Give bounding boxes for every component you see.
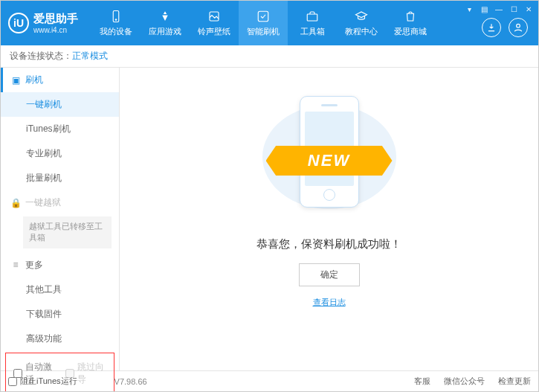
nav-apps-games[interactable]: 应用游戏 xyxy=(141,1,190,45)
lock-icon: 🔒 xyxy=(10,198,21,208)
toolbox-icon xyxy=(305,9,320,24)
main-content: NEW 恭喜您，保资料刷机成功啦！ 确定 查看日志 xyxy=(120,68,538,370)
svg-rect-3 xyxy=(258,11,268,22)
footer-link-wechat[interactable]: 微信公众号 xyxy=(444,376,485,387)
svg-rect-4 xyxy=(307,14,317,21)
view-log-link[interactable]: 查看日志 xyxy=(313,297,346,308)
download-button[interactable] xyxy=(482,18,501,37)
nav-toolbox[interactable]: 工具箱 xyxy=(288,1,337,45)
ok-button[interactable]: 确定 xyxy=(299,263,360,286)
footer-link-update[interactable]: 检查更新 xyxy=(498,376,531,387)
sidebar-group-flash[interactable]: ▣ 刷机 xyxy=(1,68,119,92)
sidebar-group-jailbreak: 🔒 一键越狱 xyxy=(1,190,119,215)
nav-ringtone-wallpaper[interactable]: 铃声壁纸 xyxy=(190,1,239,45)
header-right xyxy=(482,18,528,37)
logo-icon: iU xyxy=(8,13,29,33)
status-label: 设备连接状态： xyxy=(10,50,72,62)
svg-point-1 xyxy=(115,19,117,21)
version-label: V7.98.66 xyxy=(114,377,147,386)
connection-status-bar: 设备连接状态： 正常模式 xyxy=(1,45,538,68)
nav-smart-flash[interactable]: 智能刷机 xyxy=(239,1,288,45)
ringtone-icon xyxy=(207,9,222,24)
close-icon[interactable]: ✕ xyxy=(523,4,534,14)
sidebar-item-pro-flash[interactable]: 专业刷机 xyxy=(1,141,119,166)
sidebar-item-itunes-flash[interactable]: iTunes刷机 xyxy=(1,117,119,141)
top-nav: 我的设备 应用游戏 铃声壁纸 智能刷机 工具箱 教程中心 爱思商城 xyxy=(91,1,482,45)
nav-store[interactable]: 爱思商城 xyxy=(386,1,435,45)
more-icon: ≡ xyxy=(10,260,21,270)
sidebar-item-batch-flash[interactable]: 批量刷机 xyxy=(1,166,119,190)
svg-point-5 xyxy=(517,24,520,28)
sidebar: ▣ 刷机 一键刷机 iTunes刷机 专业刷机 批量刷机 🔒 一键越狱 越狱工具… xyxy=(1,68,120,370)
nav-tutorials[interactable]: 教程中心 xyxy=(337,1,386,45)
new-ribbon: NEW xyxy=(266,146,393,176)
app-header: ▾ ▤ — ☐ ✕ iU 爱思助手 www.i4.cn 我的设备 应用游戏 铃声… xyxy=(1,1,538,45)
window-controls: ▾ ▤ — ☐ ✕ xyxy=(464,4,534,14)
menu-icon[interactable]: ▾ xyxy=(464,4,474,14)
sidebar-group-more[interactable]: ≡ 更多 xyxy=(1,253,119,277)
app-subtitle: www.i4.cn xyxy=(33,26,78,34)
jailbreak-moved-note: 越狱工具已转移至工具箱 xyxy=(23,216,112,248)
success-message: 恭喜您，保资料刷机成功啦！ xyxy=(256,237,401,251)
success-illustration: NEW xyxy=(262,90,396,224)
skin-icon[interactable]: ▤ xyxy=(479,4,489,14)
footer-link-support[interactable]: 客服 xyxy=(414,376,430,387)
flash-group-icon: ▣ xyxy=(10,75,21,86)
block-itunes-checkbox[interactable]: 阻止iTunes运行 xyxy=(8,376,77,387)
status-value: 正常模式 xyxy=(72,50,108,62)
sidebar-item-other-tools[interactable]: 其他工具 xyxy=(1,277,119,302)
tutorial-icon xyxy=(354,9,369,24)
minimize-icon[interactable]: — xyxy=(494,4,504,14)
sidebar-item-download-firmware[interactable]: 下载固件 xyxy=(1,302,119,327)
store-icon xyxy=(403,9,418,24)
flash-icon xyxy=(256,9,271,24)
nav-my-device[interactable]: 我的设备 xyxy=(91,1,141,45)
device-icon xyxy=(109,9,123,24)
sidebar-item-advanced[interactable]: 高级功能 xyxy=(1,327,119,351)
app-title: 爱思助手 xyxy=(33,12,78,26)
apps-icon xyxy=(158,9,172,24)
maximize-icon[interactable]: ☐ xyxy=(509,4,519,14)
user-button[interactable] xyxy=(509,18,528,37)
logo: iU 爱思助手 www.i4.cn xyxy=(8,12,78,34)
sidebar-item-oneclick-flash[interactable]: 一键刷机 xyxy=(1,92,119,117)
